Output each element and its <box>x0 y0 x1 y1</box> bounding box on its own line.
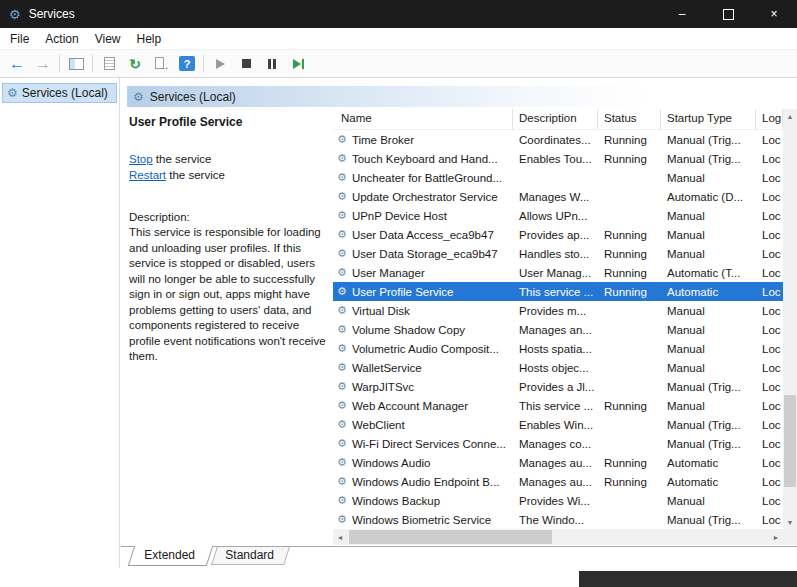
cell-description: Provides a Jl... <box>513 377 598 396</box>
menu-file[interactable]: File <box>2 29 37 49</box>
table-row[interactable]: ⚙User ManagerUser Manag...RunningAutomat… <box>333 263 783 282</box>
table-row[interactable]: ⚙Update Orchestrator ServiceManages W...… <box>333 187 783 206</box>
cell-description: User Manag... <box>513 263 598 282</box>
table-row[interactable]: ⚙Time BrokerCoordinates...RunningManual … <box>333 130 783 149</box>
cell-startup-type: Manual <box>661 320 756 339</box>
table-row[interactable]: ⚙WalletServiceHosts objec...ManualLoc <box>333 358 783 377</box>
scroll-up-icon[interactable]: ▲ <box>783 109 797 123</box>
tab-extended[interactable]: Extended <box>128 546 213 566</box>
restart-service-link[interactable]: Restart <box>129 169 166 181</box>
menu-action[interactable]: Action <box>37 29 86 49</box>
tree-item-label: Services (Local) <box>22 86 108 100</box>
scrollbar-corner <box>783 529 797 545</box>
table-row[interactable]: ⚙WebClientEnables Win...Manual (Trig...L… <box>333 415 783 434</box>
table-row[interactable]: ⚙UPnP Device HostAllows UPn...ManualLoc <box>333 206 783 225</box>
scroll-right-icon[interactable]: ► <box>769 529 783 545</box>
service-name: WalletService <box>352 362 422 374</box>
table-row[interactable]: ⚙Windows Audio Endpoint B...Manages au..… <box>333 472 783 491</box>
table-row[interactable]: ⚙Windows BackupProvides Wi...ManualLoc <box>333 491 783 510</box>
table-row[interactable]: ⚙Virtual DiskProvides m...ManualLoc <box>333 301 783 320</box>
stop-service-text: the service <box>153 153 212 165</box>
cell-log-on-as: Loc <box>756 491 783 510</box>
cell-status: Running <box>598 396 661 415</box>
services-banner: ⚙ Services (Local) <box>127 86 795 107</box>
cell-status <box>598 358 661 377</box>
service-name: UPnP Device Host <box>352 210 447 222</box>
menu-view[interactable]: View <box>87 29 129 49</box>
cell-name: ⚙WebClient <box>333 415 513 434</box>
service-gear-icon: ⚙ <box>337 153 347 164</box>
column-header-log-on-as[interactable]: Log On As <box>756 109 783 129</box>
table-row[interactable]: ⚙Windows Biometric ServiceThe Windo...Ma… <box>333 510 783 529</box>
cell-description: Enables Win... <box>513 415 598 434</box>
column-header-startup-type[interactable]: Startup Type <box>661 109 756 129</box>
cell-status: Running <box>598 472 661 491</box>
restart-service-text: the service <box>166 169 225 181</box>
service-name: User Data Storage_eca9b47 <box>352 248 498 260</box>
table-row[interactable]: ⚙Touch Keyboard and Hand...Enables Tou..… <box>333 149 783 168</box>
service-name: Virtual Disk <box>352 305 410 317</box>
table-row[interactable]: ⚙Volume Shadow CopyManages an...ManualLo… <box>333 320 783 339</box>
close-button[interactable]: × <box>751 0 797 28</box>
tab-standard[interactable]: Standard <box>211 547 290 565</box>
forward-button[interactable]: → <box>30 52 56 75</box>
minimize-button[interactable]: – <box>659 0 705 28</box>
column-header-description[interactable]: Description <box>513 109 598 129</box>
restart-service-icon <box>293 59 304 69</box>
tree-item-services-local[interactable]: ⚙ Services (Local) <box>2 83 117 103</box>
cell-description: Coordinates... <box>513 130 598 149</box>
vertical-scrollbar-thumb[interactable] <box>784 395 796 487</box>
cell-startup-type: Manual (Trig... <box>661 510 756 529</box>
cell-startup-type: Manual (Trig... <box>661 415 756 434</box>
table-row[interactable]: ⚙Volumetric Audio Composit...Hosts spati… <box>333 339 783 358</box>
restart-service-button[interactable] <box>285 52 311 75</box>
horizontal-scrollbar-thumb[interactable] <box>349 530 552 544</box>
vertical-scrollbar[interactable]: ▲ ▼ <box>783 109 797 529</box>
list-column-headers: NameDescriptionStatusStartup TypeLog On … <box>333 109 783 130</box>
scroll-left-icon[interactable]: ◄ <box>333 529 347 545</box>
properties-button[interactable] <box>96 52 122 75</box>
table-row[interactable]: ⚙Uncheater for BattleGround...ManualLoc <box>333 168 783 187</box>
cell-name: ⚙User Profile Service <box>333 282 513 301</box>
refresh-button[interactable]: ↻ <box>122 52 148 75</box>
table-row[interactable]: ⚙User Data Storage_eca9b47Handles sto...… <box>333 244 783 263</box>
start-service-button[interactable] <box>207 52 233 75</box>
right-pane: ⚙ Services (Local) User Profile Service … <box>121 78 797 546</box>
horizontal-scrollbar[interactable]: ◄ ► <box>333 529 783 545</box>
table-row[interactable]: ⚙Windows AudioManages au...RunningAutoma… <box>333 453 783 472</box>
column-header-status[interactable]: Status <box>598 109 661 129</box>
table-row[interactable]: ⚙User Data Access_eca9b47Provides ap...R… <box>333 225 783 244</box>
service-name: Windows Biometric Service <box>352 514 491 526</box>
menu-help[interactable]: Help <box>129 29 170 49</box>
cell-status: Running <box>598 263 661 282</box>
service-name: Time Broker <box>352 134 414 146</box>
pause-service-button[interactable] <box>259 52 285 75</box>
table-row[interactable]: ⚙WarpJITSvcProvides a Jl...Manual (Trig.… <box>333 377 783 396</box>
maximize-button[interactable] <box>705 0 751 28</box>
table-row[interactable]: ⚙User Profile ServiceThis service ...Run… <box>333 282 783 301</box>
services-list: NameDescriptionStatusStartup TypeLog On … <box>333 109 783 529</box>
stop-service-button[interactable] <box>233 52 259 75</box>
table-row[interactable]: ⚙Web Account ManagerThis service ...Runn… <box>333 396 783 415</box>
show-console-tree-button[interactable] <box>63 52 89 75</box>
export-list-button[interactable]: → <box>148 52 174 75</box>
stop-service-line: Stop the service <box>129 151 333 167</box>
cell-log-on-as: Loc <box>756 149 783 168</box>
column-header-name[interactable]: Name <box>333 109 513 129</box>
toolbar-separator <box>203 55 204 72</box>
stop-service-link[interactable]: Stop <box>129 153 153 165</box>
service-name: WarpJITSvc <box>352 381 414 393</box>
service-gear-icon: ⚙ <box>337 476 347 487</box>
cell-description: This service ... <box>513 282 598 301</box>
cell-startup-type: Manual <box>661 358 756 377</box>
cell-description: The Windo... <box>513 510 598 529</box>
table-row[interactable]: ⚙Wi-Fi Direct Services Conne...Manages c… <box>333 434 783 453</box>
cell-description: Hosts objec... <box>513 358 598 377</box>
cell-status: Running <box>598 130 661 149</box>
view-tab-strip: Extended Standard <box>121 546 797 568</box>
cell-log-on-as: Loc <box>756 301 783 320</box>
scroll-down-icon[interactable]: ▼ <box>783 515 797 529</box>
back-button[interactable]: ← <box>4 52 30 75</box>
service-gear-icon: ⚙ <box>337 457 347 468</box>
help-button[interactable]: ? <box>174 52 200 75</box>
